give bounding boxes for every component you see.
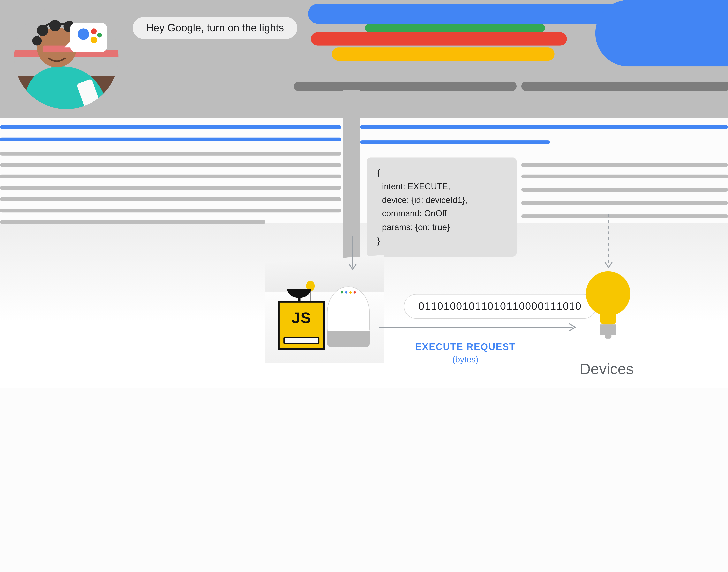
svg-point-6 (37, 25, 48, 36)
bytes-pill: 01101001011010110000111010 (404, 294, 596, 318)
ribbon-yellow (332, 48, 555, 61)
bytes-label: (bytes) (394, 355, 537, 365)
devices-label: Devices (569, 360, 645, 378)
line-blue-1 (0, 125, 341, 129)
line-grey-a (0, 152, 341, 156)
line-grey-c (0, 174, 341, 178)
ribbon-grey-2 (521, 82, 728, 91)
lightbulb-icon (586, 271, 630, 342)
arrow-dashed-to-bulb (603, 214, 614, 271)
code-line-5: params: {on: true} (377, 222, 450, 232)
local-sdk-chip: JS (278, 289, 325, 350)
line-grey-dr (521, 188, 728, 192)
svg-point-13 (78, 28, 89, 40)
code-line-4: command: OnOff (377, 209, 447, 218)
line-grey-g (0, 220, 265, 224)
ribbon-grey-1 (294, 82, 516, 91)
line-grey-b (0, 163, 341, 167)
intent-json-box: { intent: EXECUTE, device: {id: deviceId… (367, 157, 517, 257)
line-grey-fr (521, 214, 728, 218)
assistant-dots-icon (341, 291, 356, 294)
svg-point-16 (97, 33, 102, 38)
line-blue-1b (360, 125, 728, 129)
line-grey-er (521, 201, 728, 205)
svg-point-7 (49, 20, 61, 31)
code-line-6: } (377, 236, 380, 245)
ribbon-green (365, 24, 545, 32)
line-blue-2 (0, 138, 341, 141)
line-grey-e (0, 197, 341, 201)
ribbon-blue-cap (595, 0, 728, 66)
line-grey-cr (521, 174, 728, 178)
arrow-to-device (379, 323, 578, 332)
svg-point-14 (91, 28, 97, 34)
execute-request-label: EXECUTE REQUEST (394, 342, 537, 352)
bytes-value: 01101001011010110000111010 (418, 300, 581, 312)
svg-point-15 (91, 37, 97, 43)
google-home-speaker-icon (327, 281, 370, 347)
code-line-1: { (377, 168, 380, 177)
avatar-illustration (14, 5, 118, 109)
line-grey-br (521, 163, 728, 167)
line-grey-d (0, 186, 341, 190)
code-line-3: device: {id: deviceId1}, (377, 195, 467, 205)
speech-text: Hey Google, turn on the lights (146, 22, 284, 33)
line-grey-f (0, 209, 341, 212)
line-blue-2b (360, 140, 550, 144)
svg-point-5 (32, 36, 42, 46)
ribbon-red (311, 32, 567, 46)
user-avatar (14, 5, 118, 109)
js-label: JS (278, 309, 325, 327)
code-line-2: intent: EXECUTE, (377, 182, 450, 191)
svg-rect-11 (70, 23, 107, 52)
speech-bubble: Hey Google, turn on the lights (133, 17, 297, 39)
arrow-down-to-home (347, 236, 358, 273)
